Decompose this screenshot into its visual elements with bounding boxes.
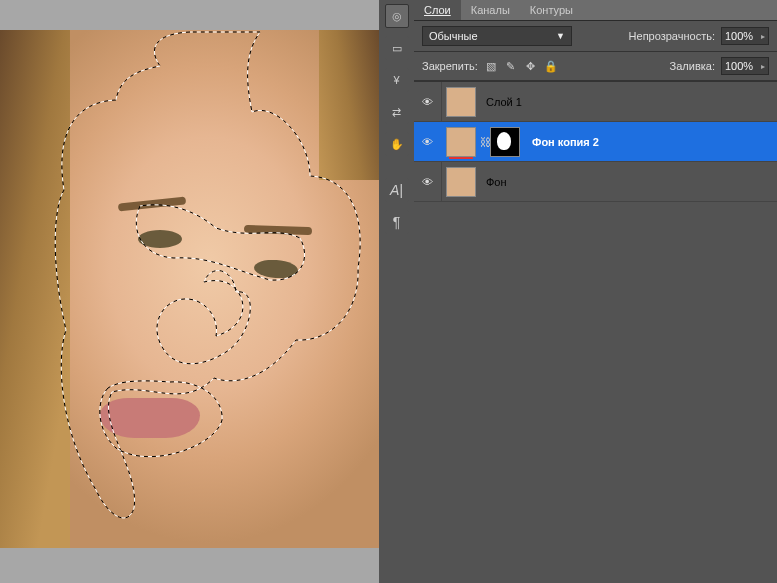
marching-ants-selection xyxy=(0,30,379,548)
swap-icon[interactable]: ⇄ xyxy=(385,100,409,124)
app-root: ◎ ▭ ¥ ⇄ ✋ A| ¶ Слои Каналы Контуры Обычн… xyxy=(0,0,777,583)
brush-icon[interactable]: ¥ xyxy=(385,68,409,92)
layer-mask-thumbnail[interactable] xyxy=(490,127,520,157)
lock-paint-icon[interactable]: ✎ xyxy=(504,59,518,73)
chevron-right-icon: ▸ xyxy=(761,62,765,71)
layers-panel: Слои Каналы Контуры Обычные ▼ Непрозрачн… xyxy=(414,0,777,583)
panel-tabs: Слои Каналы Контуры xyxy=(414,0,777,21)
layer-name[interactable]: Фон xyxy=(486,176,777,188)
tab-channels[interactable]: Каналы xyxy=(461,0,520,20)
blend-mode-select[interactable]: Обычные ▼ xyxy=(422,26,572,46)
lock-transparent-icon[interactable]: ▧ xyxy=(484,59,498,73)
paragraph-icon[interactable]: ¶ xyxy=(385,210,409,234)
chevron-right-icon: ▸ xyxy=(761,32,765,41)
lock-all-icon[interactable]: 🔒 xyxy=(544,59,558,73)
layers-list: 👁 Слой 1 👁 ⛓ Фон копия 2 👁 Фон xyxy=(414,81,777,583)
text-tool-icon[interactable]: A| xyxy=(385,178,409,202)
vertical-toolbar: ◎ ▭ ¥ ⇄ ✋ A| ¶ xyxy=(379,0,414,583)
camera-icon[interactable]: ◎ xyxy=(385,4,409,28)
layer-row[interactable]: 👁 Слой 1 xyxy=(414,82,777,122)
layer-name[interactable]: Фон копия 2 xyxy=(532,136,777,148)
canvas-area[interactable] xyxy=(0,0,379,583)
opacity-value: 100% xyxy=(725,30,753,42)
lock-label: Закрепить: xyxy=(422,60,478,72)
opacity-label: Непрозрачность: xyxy=(629,30,715,42)
tab-label: Каналы xyxy=(471,4,510,16)
tab-paths[interactable]: Контуры xyxy=(520,0,583,20)
tab-label: Слои xyxy=(424,4,451,16)
fill-label: Заливка: xyxy=(670,60,715,72)
layer-row[interactable]: 👁 ⛓ Фон копия 2 xyxy=(414,122,777,162)
visibility-eye-icon[interactable]: 👁 xyxy=(414,122,442,161)
chevron-down-icon: ▼ xyxy=(556,31,565,41)
layer-thumbnail[interactable] xyxy=(446,87,476,117)
layer-thumbnail[interactable] xyxy=(446,167,476,197)
lock-fill-row: Закрепить: ▧ ✎ ✥ 🔒 Заливка: 100% ▸ xyxy=(414,52,777,81)
note-icon[interactable]: ▭ xyxy=(385,36,409,60)
fill-value: 100% xyxy=(725,60,753,72)
layer-row[interactable]: 👁 Фон xyxy=(414,162,777,202)
blend-mode-value: Обычные xyxy=(429,30,478,42)
visibility-eye-icon[interactable]: 👁 xyxy=(414,162,442,201)
layer-thumbnail[interactable] xyxy=(446,127,476,157)
layer-name[interactable]: Слой 1 xyxy=(486,96,777,108)
blend-opacity-row: Обычные ▼ Непрозрачность: 100% ▸ xyxy=(414,21,777,52)
tab-layers[interactable]: Слои xyxy=(414,0,461,20)
fill-input[interactable]: 100% ▸ xyxy=(721,57,769,75)
opacity-input[interactable]: 100% ▸ xyxy=(721,27,769,45)
hand-icon[interactable]: ✋ xyxy=(385,132,409,156)
tab-label: Контуры xyxy=(530,4,573,16)
link-mask-icon[interactable]: ⛓ xyxy=(480,136,490,148)
visibility-eye-icon[interactable]: 👁 xyxy=(414,82,442,121)
lock-move-icon[interactable]: ✥ xyxy=(524,59,538,73)
document-canvas[interactable] xyxy=(0,30,379,548)
lock-icons-group: ▧ ✎ ✥ 🔒 xyxy=(484,59,558,73)
